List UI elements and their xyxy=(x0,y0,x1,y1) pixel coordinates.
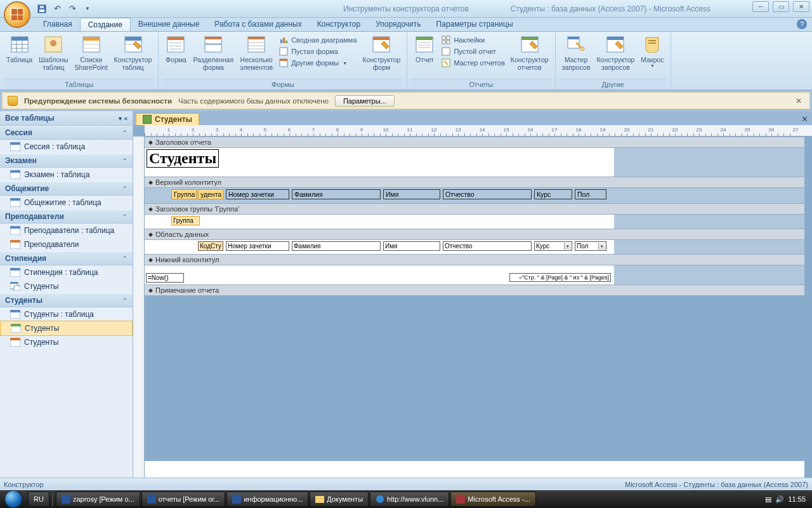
detail-field-kurs[interactable]: Курс▾ xyxy=(534,241,572,251)
column-header-kurs[interactable]: Курс xyxy=(534,189,572,199)
security-close-icon[interactable]: ✕ xyxy=(793,97,804,105)
pivotchart-button[interactable]: Сводная диаграмма xyxy=(277,34,358,46)
nav-item-obshezhitie-table[interactable]: Общежитие : таблица xyxy=(0,196,133,210)
column-header-pol[interactable]: Пол xyxy=(575,189,606,199)
office-button[interactable] xyxy=(4,1,30,28)
sharepoint-lists-button[interactable]: Списки SharePoint xyxy=(72,33,110,72)
nav-item-studenty-table[interactable]: Студенты : таблица xyxy=(0,307,133,321)
document-tab-studenty[interactable]: Студенты xyxy=(136,113,199,125)
taskbar-item-info[interactable]: информационно... xyxy=(226,491,308,507)
qat-dropdown-icon[interactable]: ▼ xyxy=(81,3,94,15)
tab-home[interactable]: Главная xyxy=(36,18,80,31)
form-button[interactable]: Форма xyxy=(162,33,189,65)
taskbar-item-zaprosy[interactable]: zaprosy [Режим о... xyxy=(56,491,140,507)
tab-arrange[interactable]: Упорядочить xyxy=(368,18,428,31)
chevron-down-icon[interactable]: ▾ xyxy=(119,115,122,122)
nav-group-ekzamen[interactable]: Экзамен⌃ xyxy=(0,154,133,168)
group-field-gruppa[interactable]: Группа xyxy=(171,216,200,225)
report-button[interactable]: Отчет xyxy=(411,33,438,65)
tab-design[interactable]: Конструктор xyxy=(310,18,368,31)
column-header-imya[interactable]: Имя xyxy=(383,189,440,199)
security-options-button[interactable]: Параметры... xyxy=(335,95,395,107)
column-header-otchestvo[interactable]: Отчество xyxy=(443,189,532,199)
undo-icon[interactable]: ↶ xyxy=(51,3,63,15)
form-design-button[interactable]: Конструктор форм xyxy=(360,33,403,72)
nav-item-stipendiya-table[interactable]: Стипендия : таблица xyxy=(0,265,133,279)
table-templates-button[interactable]: Шаблоны таблиц xyxy=(36,33,70,72)
collapse-pane-icon[interactable]: « xyxy=(124,115,128,122)
section-bar-group-header[interactable]: ◆Заголовок группы 'Группа' xyxy=(145,203,804,215)
taskbar-item-documents[interactable]: Документы xyxy=(310,491,369,507)
detail-field-kod[interactable]: КодСту xyxy=(198,241,223,251)
detail-field-familiya[interactable]: Фамилия xyxy=(292,241,381,251)
blank-report-button[interactable]: Пустой отчет xyxy=(439,46,506,57)
help-icon[interactable]: ? xyxy=(797,19,807,29)
split-form-button[interactable]: Разделенная форма xyxy=(190,33,236,72)
detail-field-imya[interactable]: Имя xyxy=(383,241,440,251)
query-design-button[interactable]: Конструктор запросов xyxy=(594,33,637,72)
horizontal-ruler[interactable]: 1234567891011121314151617181920212223242… xyxy=(145,125,812,137)
report-title-label[interactable]: Студенты xyxy=(147,149,219,168)
combo-dropdown-icon[interactable]: ▾ xyxy=(598,243,605,250)
section-bar-detail[interactable]: ◆Область данных xyxy=(145,229,804,240)
detail-field-nomer[interactable]: Номер зачетки xyxy=(226,241,289,251)
column-header-familiya[interactable]: Фамилия xyxy=(292,189,381,199)
section-bar-report-footer[interactable]: ◆Примечание отчета xyxy=(145,284,804,296)
footer-page-expression[interactable]: ="Стр. " & [Page] & " из " & [Pages] xyxy=(509,273,611,282)
nav-item-ekzamen-table[interactable]: Экзамен : таблица xyxy=(0,168,133,182)
report-design-button[interactable]: Конструктор отчетов xyxy=(508,33,551,72)
column-header-nomer[interactable]: Номер зачетки xyxy=(226,189,289,199)
nav-item-prepodavateli-table[interactable]: Преподаватели : таблица xyxy=(0,224,133,237)
nav-item-stipendiya-students[interactable]: Студенты xyxy=(0,279,133,293)
nav-item-studenty-report[interactable]: Студенты xyxy=(0,321,133,336)
taskbar-item-browser[interactable]: http://www.vlunn... xyxy=(370,491,449,507)
combo-dropdown-icon[interactable]: ▾ xyxy=(564,243,571,250)
taskbar-item-access[interactable]: Microsoft Access -... xyxy=(450,491,535,507)
start-button[interactable] xyxy=(0,490,27,508)
minimize-button[interactable]: ─ xyxy=(752,1,769,12)
report-wizard-button[interactable]: Мастер отчетов xyxy=(439,57,506,69)
nav-group-sessia[interactable]: Сессия⌃ xyxy=(0,126,133,140)
save-icon[interactable] xyxy=(36,3,48,15)
tray-icon[interactable]: 🔊 xyxy=(775,495,784,504)
nav-item-studenty-form[interactable]: Студенты xyxy=(0,335,133,349)
report-design-surface[interactable]: 1234567891011121314151617181920212223242… xyxy=(133,125,812,478)
labels-button[interactable]: Наклейки xyxy=(439,34,506,46)
section-bar-report-header[interactable]: ◆Заголовок отчета xyxy=(145,137,804,148)
nav-group-studenty[interactable]: Студенты⌃ xyxy=(0,293,133,307)
redo-icon[interactable]: ↷ xyxy=(66,3,79,15)
macro-button[interactable]: Макрос▼ xyxy=(638,33,666,70)
section-bar-page-footer[interactable]: ◆Нижний колонтитул xyxy=(145,254,804,265)
tab-database-tools[interactable]: Работа с базами данных xyxy=(207,18,309,31)
nav-group-prepodavateli[interactable]: Преподаватели⌃ xyxy=(0,210,133,224)
taskbar-lang[interactable]: RU xyxy=(28,491,49,507)
taskbar-item-otchety[interactable]: отчеты [Режим ог... xyxy=(141,491,225,507)
section-bar-page-header[interactable]: ◆Верхний колонтитул xyxy=(145,177,804,188)
tab-create[interactable]: Создание xyxy=(80,18,131,31)
tray-icon[interactable]: ▤ xyxy=(765,495,771,504)
table-button[interactable]: Таблица xyxy=(4,33,35,65)
tab-page-setup[interactable]: Параметры страницы xyxy=(429,18,521,31)
nav-item-sessia-table[interactable]: Сессия : таблица xyxy=(0,140,133,154)
column-header-studenta[interactable]: удента xyxy=(198,189,223,199)
multiple-items-button[interactable]: Несколько элементов xyxy=(237,33,275,72)
report-canvas[interactable]: ◆Заголовок отчета Студенты ◆Верхний коло… xyxy=(145,137,804,478)
blank-form-button[interactable]: Пустая форма xyxy=(277,46,358,57)
nav-pane-header[interactable]: Все таблицы ▾« xyxy=(0,111,133,126)
table-design-button[interactable]: Конструктор таблиц xyxy=(112,33,155,72)
tray-clock[interactable]: 11:55 xyxy=(788,495,806,503)
maximize-button[interactable]: ▭ xyxy=(773,1,789,12)
nav-group-obshezhitie[interactable]: Общежитие⌃ xyxy=(0,182,133,196)
vertical-ruler[interactable] xyxy=(133,137,145,478)
nav-group-stipendiya[interactable]: Стипендия⌃ xyxy=(0,251,133,265)
nav-item-prepodavateli-form[interactable]: Преподаватели xyxy=(0,237,133,251)
more-forms-button[interactable]: Другие формы▼ xyxy=(277,57,358,69)
close-button[interactable]: ✕ xyxy=(793,1,809,12)
tab-external-data[interactable]: Внешние данные xyxy=(131,18,207,31)
query-wizard-button[interactable]: Мастер запросов xyxy=(560,33,593,72)
document-close-icon[interactable]: ✕ xyxy=(797,113,812,125)
detail-field-otchestvo[interactable]: Отчество xyxy=(443,241,532,251)
column-header-gruppa[interactable]: Группа xyxy=(171,189,197,199)
footer-now-expression[interactable]: =Now() xyxy=(146,273,184,283)
detail-field-pol[interactable]: Пол▾ xyxy=(575,241,606,251)
